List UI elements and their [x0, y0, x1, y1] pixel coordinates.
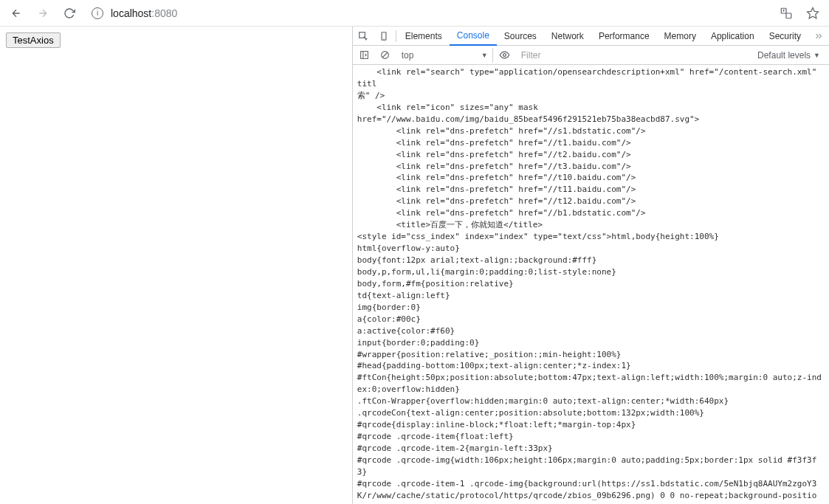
console-line: <style id="css_index" index="index" type… [357, 231, 825, 243]
context-label: top [402, 50, 414, 61]
svg-rect-1 [786, 13, 791, 18]
svg-marker-2 [808, 7, 819, 18]
console-line: <link rel="dns-prefetch" href="//t2.baid… [357, 149, 825, 161]
forward-button[interactable] [32, 3, 53, 24]
execution-context-selector[interactable]: top ▼ [397, 48, 493, 63]
console-output[interactable]: <link rel="search" type="application/ope… [353, 65, 829, 504]
console-line: td{text-align:left} [357, 290, 825, 302]
console-line: href="//www.baidu.com/img/baidu_85beaf54… [357, 114, 825, 125]
tab-console[interactable]: Console [450, 27, 497, 46]
url-text: localhost:8080 [111, 7, 177, 19]
tab-elements[interactable]: Elements [398, 27, 450, 46]
console-line: img{border:0} [357, 302, 825, 314]
console-line: #qrcode{display:inline-block;*float:left… [357, 419, 825, 431]
translate-icon[interactable] [776, 3, 797, 24]
console-line: body,p,form,ul,li{margin:0;padding:0;lis… [357, 266, 825, 278]
chevron-down-icon: ▼ [481, 52, 488, 59]
console-line: <link rel="dns-prefetch" href="//t11.bai… [357, 184, 825, 196]
console-line: #ftCon{height:50px;position:absolute;bot… [357, 372, 825, 396]
console-line: a{color:#00c} [357, 314, 825, 325]
console-line: <link rel="dns-prefetch" href="//t10.bai… [357, 172, 825, 184]
separator [396, 30, 396, 42]
console-line: input{border:0;padding:0} [357, 337, 825, 349]
console-line: <link rel="search" type="application/ope… [357, 66, 825, 90]
browser-toolbar: i localhost:8080 [0, 0, 829, 27]
console-line: <link rel="dns-prefetch" href="//s1.bdst… [357, 125, 825, 137]
console-line: <link rel="dns-prefetch" href="//t3.baid… [357, 161, 825, 173]
tab-memory[interactable]: Memory [657, 27, 704, 46]
console-line: html{overflow-y:auto} [357, 243, 825, 255]
console-line: body,form,#fm{position:relative} [357, 278, 825, 290]
console-line: <link rel="icon" sizes="any" mask [357, 102, 825, 114]
live-expression-icon[interactable] [496, 46, 514, 64]
chevron-down-icon: ▼ [813, 52, 820, 59]
console-line: body{font:12px arial;text-align:;backgro… [357, 255, 825, 266]
console-line: #qrcode .qrcode-item-2{margin-left:33px} [357, 443, 825, 455]
tab-application[interactable]: Application [704, 27, 762, 46]
console-line: <link rel="dns-prefetch" href="//b1.bdst… [357, 207, 825, 219]
console-line: 索" /> [357, 90, 825, 102]
console-line: #qrcode .qrcode-img{width:106px;height:1… [357, 455, 825, 478]
console-line: a:active{color:#f60} [357, 325, 825, 337]
console-line: <link rel="dns-prefetch" href="//t12.bai… [357, 196, 825, 207]
address-bar[interactable]: i localhost:8080 [86, 3, 770, 24]
console-line: #head{padding-bottom:100px;text-align:ce… [357, 360, 825, 372]
page-content: TestAxios [0, 27, 352, 504]
console-line: .ftCon-Wrapper{overflow:hidden;margin:0 … [357, 396, 825, 407]
console-sidebar-toggle-icon[interactable] [356, 46, 374, 64]
tab-performance[interactable]: Performance [591, 27, 657, 46]
back-button[interactable] [6, 3, 27, 24]
inspect-element-icon[interactable] [353, 27, 374, 46]
test-axios-button[interactable]: TestAxios [6, 32, 61, 48]
levels-label: Default levels [757, 50, 811, 61]
console-line: <title>百度一下，你就知道</title> [357, 219, 825, 231]
tab-sources[interactable]: Sources [497, 27, 544, 46]
clear-console-icon[interactable] [376, 46, 394, 64]
console-line: .qrcodeCon{text-align:center;position:ab… [357, 407, 825, 419]
console-filter-input[interactable] [517, 48, 636, 63]
console-line: #wrapper{position:relative;_position:;mi… [357, 349, 825, 361]
svg-line-9 [383, 52, 388, 58]
log-level-selector[interactable]: Default levels ▼ [751, 50, 826, 61]
svg-point-10 [503, 54, 506, 57]
bookmark-star-icon[interactable] [802, 3, 823, 24]
more-tabs-icon[interactable] [808, 27, 829, 46]
reload-button[interactable] [59, 3, 80, 24]
devtools-panel: Elements Console Sources Network Perform… [352, 27, 829, 504]
device-toolbar-icon[interactable] [374, 27, 394, 46]
console-toolbar: top ▼ Default levels ▼ [353, 46, 829, 65]
tab-security[interactable]: Security [762, 27, 808, 46]
site-info-icon[interactable]: i [92, 7, 103, 19]
devtools-tabbar: Elements Console Sources Network Perform… [353, 27, 829, 46]
console-line: <link rel="dns-prefetch" href="//t1.baid… [357, 137, 825, 149]
console-line: #qrcode .qrcode-item{float:left} [357, 431, 825, 443]
tab-network[interactable]: Network [544, 27, 591, 46]
console-line: #qrcode .qrcode-item-1 .qrcode-img{backg… [357, 478, 825, 504]
